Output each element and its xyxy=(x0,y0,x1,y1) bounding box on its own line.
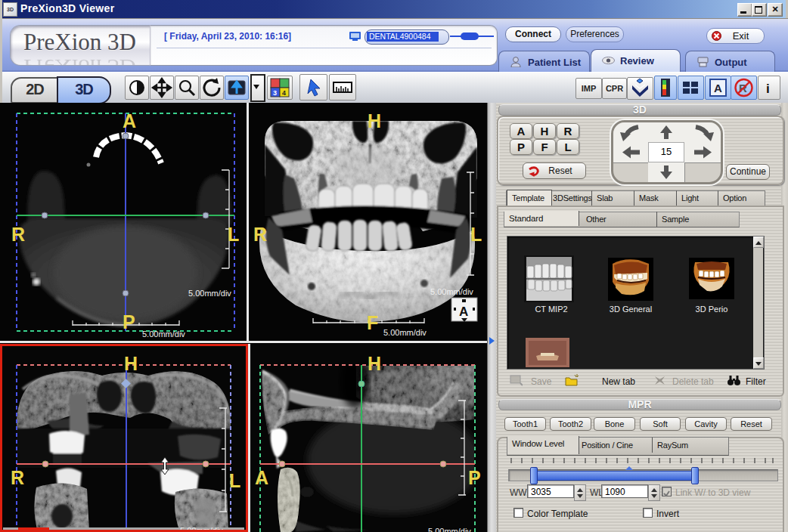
svg-text:H: H xyxy=(124,353,138,374)
svg-text:A: A xyxy=(123,110,136,131)
svg-text:A: A xyxy=(255,467,268,488)
svg-text:3: 3 xyxy=(273,89,277,97)
svg-text:L: L xyxy=(228,224,239,245)
svg-text:L: L xyxy=(229,470,240,491)
svg-text:H: H xyxy=(368,353,381,374)
svg-text:R: R xyxy=(11,467,24,488)
svg-text:P: P xyxy=(468,467,481,488)
svg-text:A: A xyxy=(459,305,468,319)
svg-text:R: R xyxy=(11,224,25,245)
svg-text:5.00mm/div: 5.00mm/div xyxy=(142,329,185,339)
svg-text:5.00mm/div: 5.00mm/div xyxy=(430,287,473,296)
svg-text:5.00mm/div: 5.00mm/div xyxy=(188,289,231,298)
svg-text:5.00mm/div: 5.00mm/div xyxy=(428,527,471,532)
svg-text:F: F xyxy=(367,312,378,333)
svg-text:5.00mm/div: 5.00mm/div xyxy=(383,328,427,337)
svg-text:A: A xyxy=(714,82,722,94)
svg-text:H: H xyxy=(368,110,381,131)
svg-text:P: P xyxy=(123,311,135,332)
svg-text:4: 4 xyxy=(282,89,286,97)
svg-text:R: R xyxy=(253,224,267,245)
svg-text:i: i xyxy=(766,82,770,96)
svg-text:L: L xyxy=(470,224,482,245)
